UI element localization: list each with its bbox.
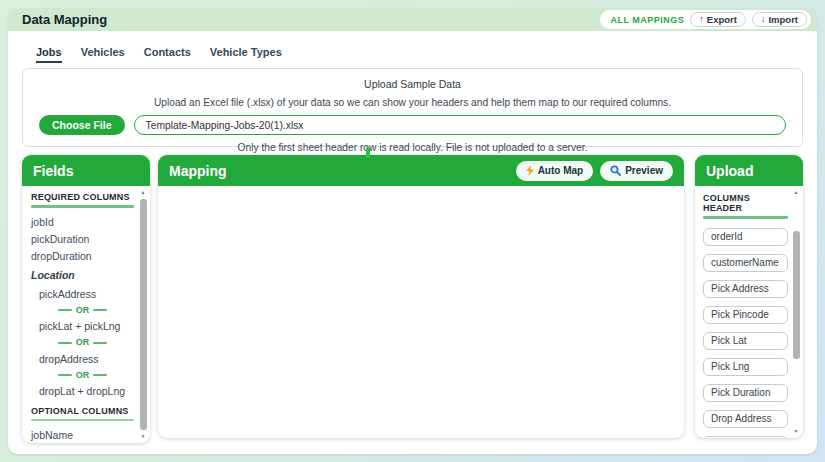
scroll-down-icon[interactable]: ▼ — [791, 428, 801, 435]
upload-scrollbar-thumb[interactable] — [793, 231, 800, 359]
upload-panel: Upload COLUMNS HEADER orderId customerNa… — [695, 155, 803, 438]
field-item-jobid: jobId — [31, 217, 134, 228]
mapping-panel-header: Mapping Auto Map Preview — [158, 155, 684, 186]
upload-panel-header: Upload — [695, 155, 803, 186]
mapping-actions: Auto Map Preview — [516, 161, 673, 181]
import-button-label: Import — [768, 14, 798, 25]
header-actions: ALL MAPPINGS ↑ Export ↓ Import — [600, 10, 812, 29]
column-chip-customername[interactable]: customerName — [703, 254, 788, 272]
optional-columns-rule — [31, 419, 134, 422]
or-divider: OR — [31, 306, 134, 315]
header-strip: Data Mapping ALL MAPPINGS ↑ Export ↓ Imp… — [8, 8, 817, 31]
optional-columns-section: OPTIONAL COLUMNS jobName serviceWindowSt… — [31, 406, 134, 444]
columns-header-label: COLUMNS HEADER — [703, 193, 788, 213]
column-chip-pick-address[interactable]: Pick Address — [703, 280, 788, 298]
mapping-drag-indicator — [366, 147, 370, 158]
fields-panel-header: Fields — [22, 155, 150, 186]
optional-columns-label: OPTIONAL COLUMNS — [31, 406, 134, 416]
field-item-pickduration: pickDuration — [31, 234, 134, 245]
fields-scrollbar[interactable]: ▲ ▼ — [138, 189, 148, 440]
tab-jobs[interactable]: Jobs — [36, 46, 62, 63]
field-item-dropaddress: dropAddress — [39, 354, 134, 365]
preview-button-label: Preview — [625, 165, 663, 176]
auto-map-button[interactable]: Auto Map — [516, 161, 594, 181]
preview-button[interactable]: Preview — [600, 161, 673, 181]
location-group-label: Location — [31, 270, 134, 281]
or-dash-right — [93, 309, 107, 311]
column-chip-pick-duration[interactable]: Pick Duration — [703, 384, 788, 402]
export-arrow-icon: ↑ — [699, 15, 704, 24]
fields-panel-body: REQUIRED COLUMNS jobId pickDuration drop… — [22, 186, 150, 443]
upload-sample-box: Upload Sample Data Upload an Excel file … — [22, 68, 803, 147]
or-dash-left — [58, 309, 72, 311]
or-divider: OR — [31, 371, 134, 380]
field-item-droplatlng: dropLat + dropLng — [39, 386, 134, 397]
auto-map-button-label: Auto Map — [538, 165, 584, 176]
all-mappings-link[interactable]: ALL MAPPINGS — [611, 15, 685, 25]
magnifier-icon — [610, 165, 621, 176]
upload-sample-title: Upload Sample Data — [23, 78, 802, 90]
file-name-input[interactable]: Template-Mapping-Jobs-20(1).xlsx — [134, 115, 786, 135]
file-row: Choose File Template-Mapping-Jobs-20(1).… — [23, 115, 802, 135]
mapping-panel: Mapping Auto Map Preview — [158, 155, 684, 438]
fields-panel: Fields REQUIRED COLUMNS jobId pickDurati… — [22, 155, 150, 443]
export-button-label: Export — [707, 14, 737, 25]
tab-vehicle-types[interactable]: Vehicle Types — [210, 46, 282, 63]
or-divider: OR — [31, 338, 134, 347]
scroll-down-icon[interactable]: ▼ — [138, 433, 148, 440]
column-chip-pick-lng[interactable]: Pick Lng — [703, 358, 788, 376]
field-item-jobname: jobName — [31, 430, 134, 441]
scroll-up-icon[interactable]: ▲ — [791, 189, 801, 196]
or-dash-right — [93, 342, 107, 344]
scroll-up-icon[interactable]: ▲ — [138, 189, 148, 196]
or-dash-right — [93, 374, 107, 376]
export-button[interactable]: ↑ Export — [690, 12, 746, 27]
fields-scrollbar-thumb[interactable] — [140, 199, 147, 430]
required-columns-label: REQUIRED COLUMNS — [31, 192, 134, 202]
column-chip-drop-pincode[interactable]: Drop Pincode — [703, 436, 788, 439]
tab-bar: Jobs Vehicles Contacts Vehicle Types — [36, 46, 282, 63]
column-chip-pick-lat[interactable]: Pick Lat — [703, 332, 788, 350]
page-title: Data Mapping — [22, 12, 107, 27]
lightning-icon — [526, 165, 534, 176]
mapping-panel-body — [158, 186, 684, 438]
upload-panel-body: COLUMNS HEADER orderId customerName Pick… — [695, 186, 803, 438]
column-chip-orderid[interactable]: orderId — [703, 228, 788, 246]
app-window: Data Mapping ALL MAPPINGS ↑ Export ↓ Imp… — [8, 8, 817, 454]
field-item-dropduration: dropDuration — [31, 251, 134, 262]
required-columns-rule — [31, 205, 134, 208]
import-arrow-icon: ↓ — [761, 15, 766, 24]
mapping-panel-title: Mapping — [169, 163, 227, 179]
tab-contacts[interactable]: Contacts — [144, 46, 191, 63]
upload-privacy-note: Only the first sheet header row is read … — [23, 142, 802, 153]
upload-scrollbar[interactable]: ▲ ▼ — [791, 189, 801, 435]
field-item-picklatlng: pickLat + pickLng — [39, 321, 134, 332]
import-button[interactable]: ↓ Import — [752, 12, 807, 27]
field-item-pickaddress: pickAddress — [39, 289, 134, 300]
or-dash-left — [58, 374, 72, 376]
column-chip-drop-address[interactable]: Drop Address — [703, 410, 788, 428]
upload-panel-title: Upload — [706, 163, 753, 179]
tab-vehicles[interactable]: Vehicles — [81, 46, 125, 63]
choose-file-button[interactable]: Choose File — [39, 115, 125, 135]
columns-header-rule — [703, 216, 788, 219]
upload-sample-description: Upload an Excel file (.xlsx) of your dat… — [23, 97, 802, 108]
or-dash-left — [58, 342, 72, 344]
column-chip-pick-pincode[interactable]: Pick Pincode — [703, 306, 788, 324]
fields-panel-title: Fields — [33, 163, 73, 179]
